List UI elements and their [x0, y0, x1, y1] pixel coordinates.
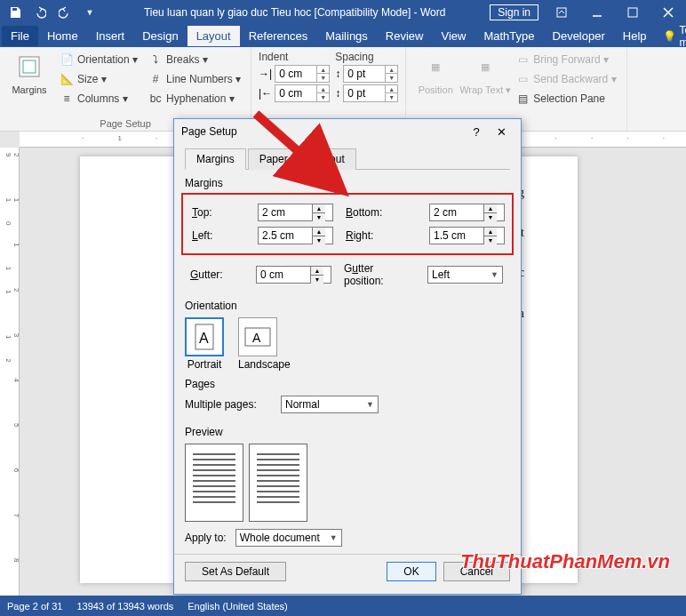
- preview-page-icon: [185, 444, 243, 522]
- orientation-icon: 📄: [60, 52, 74, 67]
- selection-pane-button[interactable]: ▤Selection Pane: [513, 90, 618, 108]
- status-language[interactable]: English (United States): [187, 601, 288, 612]
- dialog-tab-layout[interactable]: Layout: [301, 148, 356, 170]
- ok-button[interactable]: OK: [387, 562, 435, 581]
- gutter-position-select[interactable]: Left▼: [427, 266, 503, 284]
- orientation-portrait[interactable]: A Portrait: [185, 317, 224, 371]
- orientation-button[interactable]: 📄Orientation ▾: [57, 51, 140, 68]
- minimize-icon[interactable]: [579, 0, 615, 25]
- svg-rect-3: [20, 57, 39, 76]
- wrap-text-button: ▦Wrap Text ▾: [463, 51, 507, 108]
- spin-down-icon[interactable]: ▼: [313, 213, 325, 221]
- spacing-after-input[interactable]: ▲▼: [343, 84, 398, 102]
- svg-text:A: A: [199, 331, 209, 346]
- dialog-titlebar: Page Setup ? ✕: [174, 119, 521, 144]
- orientation-landscape[interactable]: A Landscape: [238, 317, 291, 371]
- spin-up-icon[interactable]: ▲: [313, 228, 325, 236]
- status-words[interactable]: 13943 of 13943 words: [76, 601, 173, 612]
- bottom-input[interactable]: ▲▼: [429, 204, 505, 221]
- position-button: ▦Position: [413, 51, 458, 108]
- columns-button[interactable]: ≡Columns ▾: [57, 90, 140, 108]
- undo-icon[interactable]: [30, 3, 50, 22]
- redo-icon[interactable]: [55, 3, 75, 22]
- tab-mathtype[interactable]: MathType: [475, 26, 543, 46]
- section-margins-label: Margins: [185, 177, 510, 189]
- spin-up-icon[interactable]: ▲: [484, 228, 497, 236]
- tab-file[interactable]: File: [2, 26, 38, 46]
- apply-to-select[interactable]: Whole document▼: [235, 529, 342, 547]
- margins-button[interactable]: Margins: [7, 51, 52, 108]
- gutter-position-label: Gutter position:: [344, 262, 415, 287]
- window-controls: [544, 0, 686, 25]
- spin-down-icon[interactable]: ▼: [484, 236, 497, 244]
- spin-down-icon[interactable]: ▼: [484, 213, 497, 221]
- spin-up-icon[interactable]: ▲: [311, 267, 323, 276]
- svg-text:A: A: [252, 331, 261, 345]
- tab-help[interactable]: Help: [614, 26, 656, 46]
- ribbon-collapse-icon[interactable]: [544, 0, 579, 25]
- selection-pane-icon: ▤: [515, 92, 530, 106]
- close-icon[interactable]: [650, 0, 686, 25]
- indent-left-icon: →|: [259, 68, 272, 80]
- indent-right-input[interactable]: ▲▼: [275, 84, 330, 102]
- dialog-tab-margins[interactable]: Margins: [185, 148, 246, 170]
- status-page[interactable]: Page 2 of 31: [7, 601, 62, 612]
- window-title: Tieu luan quan ly giao duc Tieu hoc [Com…: [105, 6, 484, 19]
- title-bar: ▼ Tieu luan quan ly giao duc Tieu hoc [C…: [0, 0, 686, 25]
- preview-page-icon: [249, 444, 307, 522]
- hyphenation-icon: bc: [148, 92, 163, 106]
- save-icon[interactable]: [5, 3, 25, 22]
- indent-left-input[interactable]: ▲▼: [275, 65, 330, 83]
- dialog-help-icon[interactable]: ?: [464, 125, 489, 139]
- breaks-button[interactable]: ⤵Breaks ▾: [146, 51, 243, 68]
- chevron-down-icon: ▼: [330, 533, 338, 542]
- svg-rect-2: [628, 8, 637, 17]
- spacing-after-icon: ↕: [335, 87, 340, 100]
- gutter-input[interactable]: ▲▼: [256, 266, 331, 284]
- tab-review[interactable]: Review: [377, 26, 433, 46]
- margins-highlight: Top: ▲▼ Bottom: ▲▼ Left: ▲▼ Right: ▲▼: [181, 193, 514, 255]
- wrap-text-icon: ▦: [471, 52, 499, 81]
- multiple-pages-select[interactable]: Normal▼: [281, 396, 379, 413]
- tell-me-search[interactable]: 💡Tell me: [656, 24, 686, 49]
- tab-references[interactable]: References: [240, 26, 316, 46]
- bottom-label: Bottom:: [346, 206, 417, 219]
- left-label: Left:: [192, 229, 245, 242]
- size-button[interactable]: 📐Size ▾: [57, 70, 140, 88]
- apply-to-label: Apply to:: [185, 532, 227, 544]
- spin-down-icon[interactable]: ▼: [311, 276, 323, 284]
- right-input[interactable]: ▲▼: [429, 227, 505, 244]
- tab-developer[interactable]: Developer: [544, 26, 614, 46]
- qat-dropdown-icon[interactable]: ▼: [80, 3, 100, 22]
- vertical-ruler[interactable]: 2 1 1 2 3 4 5 6 7 8 9 10 11 12: [0, 148, 20, 596]
- dialog-close-icon[interactable]: ✕: [489, 125, 514, 139]
- columns-icon: ≡: [60, 92, 74, 106]
- margins-icon: [15, 52, 44, 81]
- spin-up-icon[interactable]: ▲: [313, 204, 325, 213]
- send-backward-icon: ▭: [515, 72, 530, 86]
- spin-down-icon[interactable]: ▼: [313, 236, 325, 244]
- tab-insert[interactable]: Insert: [87, 26, 134, 46]
- hyphenation-button[interactable]: bcHyphenation ▾: [146, 90, 243, 108]
- tab-design[interactable]: Design: [133, 26, 187, 46]
- left-input[interactable]: ▲▼: [258, 227, 333, 244]
- chevron-down-icon: ▼: [366, 400, 374, 409]
- tab-home[interactable]: Home: [38, 26, 87, 46]
- dialog-title: Page Setup: [181, 125, 464, 138]
- tab-layout[interactable]: Layout: [187, 26, 240, 46]
- set-as-default-button[interactable]: Set As Default: [185, 562, 286, 581]
- spacing-before-input[interactable]: ▲▼: [343, 65, 398, 83]
- spacing-header: Spacing: [335, 51, 398, 63]
- sign-in-button[interactable]: Sign in: [490, 4, 538, 20]
- gutter-label: Gutter:: [190, 268, 243, 281]
- top-input[interactable]: ▲▼: [258, 204, 333, 221]
- dialog-tab-paper[interactable]: Paper: [248, 148, 299, 170]
- tab-mailings[interactable]: Mailings: [316, 26, 377, 46]
- preview-panel: [185, 444, 510, 522]
- section-preview-label: Preview: [185, 426, 510, 438]
- maximize-icon[interactable]: [615, 0, 650, 25]
- spin-up-icon[interactable]: ▲: [484, 204, 497, 213]
- tab-view[interactable]: View: [432, 26, 475, 46]
- line-numbers-button[interactable]: #Line Numbers ▾: [146, 70, 243, 88]
- top-label: Top:: [192, 206, 245, 219]
